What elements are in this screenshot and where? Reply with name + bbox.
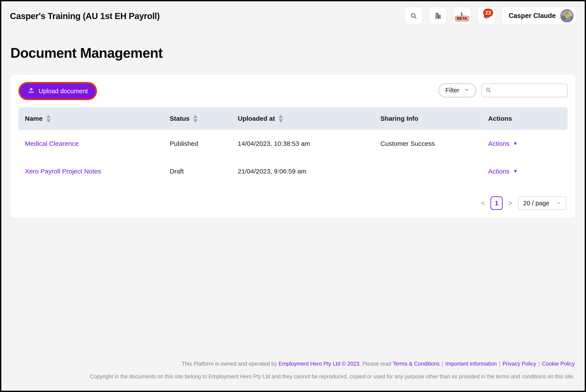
sort-icon[interactable] [278,115,283,123]
organisation-switcher-button[interactable] [429,7,446,24]
footer: This Platform is owned and operated by E… [11,360,575,380]
footer-line2: Copyright in the documents on this site … [11,373,575,380]
important-information-link[interactable]: Important Information [445,361,497,367]
row-actions-button[interactable]: Actions ▼ [488,168,518,175]
top-actions: BETA 23 Casper Claude [405,7,576,24]
chevron-down-icon [557,200,561,207]
table-row: Medical Clearence Published 14/04/2023, … [19,130,567,158]
notification-count-badge: 23 [483,9,493,17]
caret-down-icon: ▼ [513,141,518,146]
column-header-name[interactable]: Name [25,115,170,123]
page-size-value: 20 / page [523,200,549,207]
global-search-button[interactable] [405,7,422,24]
document-link[interactable]: Xero Payroll Project Notes [25,168,101,175]
terms-link[interactable]: Terms & Conditions [393,361,440,367]
uploaded-at-cell: 21/04/2023, 9:06:59 am [238,168,381,175]
document-list-card: Upload document Filter [11,74,575,218]
table-header-row: Name Status Uploaded at [19,107,567,130]
search-icon [410,12,417,20]
toolbar-right: Filter [439,84,567,97]
search-icon [485,87,491,94]
next-page-button[interactable]: > [508,200,512,206]
user-name: Casper Claude [509,12,556,20]
page-title: Document Management [11,45,585,61]
beta-labs-button[interactable]: BETA [454,7,471,24]
row-actions-button[interactable]: Actions ▼ [488,140,518,147]
upload-document-button[interactable]: Upload document [20,84,96,99]
column-header-status[interactable]: Status [170,115,238,123]
status-cell: Published [170,140,238,147]
pagination: < 1 > 20 / page [19,196,567,210]
privacy-policy-link[interactable]: Privacy Policy [502,361,536,367]
table-search [481,84,567,97]
card-toolbar: Upload document Filter [19,82,567,99]
sort-icon[interactable] [46,115,51,123]
chevron-down-icon [464,87,469,94]
building-icon [434,12,442,20]
column-header-uploaded-at[interactable]: Uploaded at [238,115,381,123]
beta-badge: BETA [455,16,469,22]
column-header-actions: Actions [488,115,561,122]
upload-icon [28,87,35,96]
sharing-info-cell: Customer Success [381,140,488,147]
footer-line1: This Platform is owned and operated by E… [11,360,575,368]
uploaded-at-cell: 14/04/2023, 10:38:53 am [238,140,381,147]
column-header-sharing-info: Sharing Info [381,115,488,122]
notifications-button[interactable]: 23 [478,7,495,24]
previous-page-button[interactable]: < [481,200,485,206]
page-number-button[interactable]: 1 [490,196,503,210]
org-title: Casper's Training (AU 1st EH Payroll) [10,11,160,21]
page-size-select[interactable]: 20 / page [518,196,566,210]
company-link[interactable]: Employment Hero Pty Ltd © 2023 [278,361,359,367]
caret-down-icon: ▼ [513,169,518,174]
upload-button-label: Upload document [39,88,88,95]
user-menu-button[interactable]: Casper Claude [502,7,576,24]
search-input[interactable] [494,87,564,94]
status-cell: Draft [170,168,238,175]
cookie-policy-link[interactable]: Cookie Policy [542,361,575,367]
document-link[interactable]: Medical Clearence [25,140,79,147]
filter-button[interactable]: Filter [439,84,476,97]
top-bar: Casper's Training (AU 1st EH Payroll) [1,1,585,24]
sort-icon[interactable] [193,115,198,123]
filter-button-label: Filter [445,87,459,94]
avatar [560,9,573,22]
app-window: Casper's Training (AU 1st EH Payroll) [0,0,586,392]
table-row: Xero Payroll Project Notes Draft 21/04/2… [19,158,567,185]
